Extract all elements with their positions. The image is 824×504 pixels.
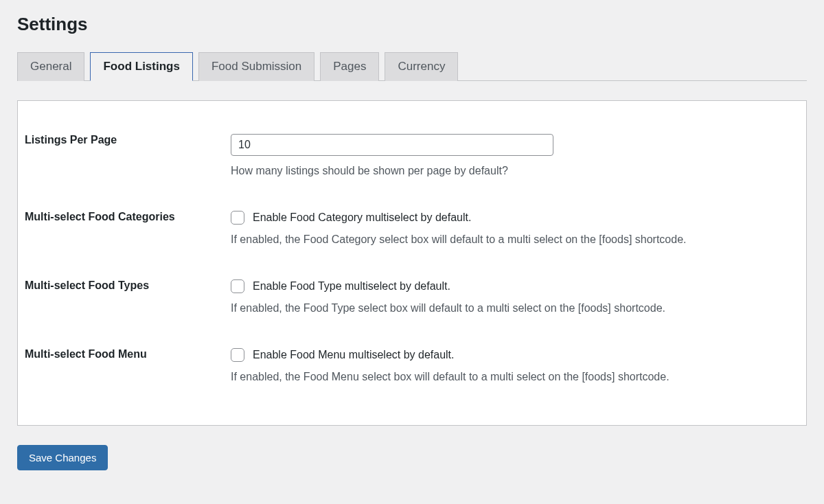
row-listings-per-page: Listings Per Page How many listings shou… <box>25 122 799 198</box>
checkbox-label-multi-types: Enable Food Type multiselect by default. <box>253 280 450 293</box>
save-button[interactable]: Save Changes <box>17 445 108 470</box>
tabs-nav: General Food Listings Food Submission Pa… <box>17 51 807 81</box>
checkbox-multi-types[interactable] <box>231 279 244 293</box>
row-multi-menu: Multi-select Food Menu Enable Food Menu … <box>25 336 799 404</box>
tab-pages[interactable]: Pages <box>320 52 379 81</box>
desc-multi-categories: If enabled, the Food Category select box… <box>231 231 792 248</box>
checkbox-label-multi-categories: Enable Food Category multiselect by defa… <box>253 211 471 224</box>
checkbox-multi-menu[interactable] <box>231 348 244 362</box>
desc-multi-menu: If enabled, the Food Menu select box wil… <box>231 369 792 385</box>
tab-food-listings[interactable]: Food Listings <box>90 52 192 81</box>
row-multi-types: Multi-select Food Types Enable Food Type… <box>25 267 799 336</box>
row-multi-categories: Multi-select Food Categories Enable Food… <box>25 198 799 267</box>
label-listings-per-page: Listings Per Page <box>25 122 231 198</box>
form-table: Listings Per Page How many listings shou… <box>25 122 799 404</box>
tab-currency[interactable]: Currency <box>385 52 458 81</box>
label-multi-types: Multi-select Food Types <box>25 267 231 336</box>
label-multi-menu: Multi-select Food Menu <box>25 336 231 404</box>
tab-food-submission[interactable]: Food Submission <box>198 52 314 81</box>
label-multi-categories: Multi-select Food Categories <box>25 198 231 267</box>
desc-listings-per-page: How many listings should be shown per pa… <box>231 163 792 179</box>
checkbox-label-multi-menu: Enable Food Menu multiselect by default. <box>253 349 455 361</box>
input-listings-per-page[interactable] <box>231 134 553 156</box>
page-title: Settings <box>17 14 807 35</box>
settings-panel: Listings Per Page How many listings shou… <box>17 100 807 426</box>
checkbox-multi-categories[interactable] <box>231 211 244 225</box>
tab-general[interactable]: General <box>17 52 84 81</box>
desc-multi-types: If enabled, the Food Type select box wil… <box>231 300 792 317</box>
